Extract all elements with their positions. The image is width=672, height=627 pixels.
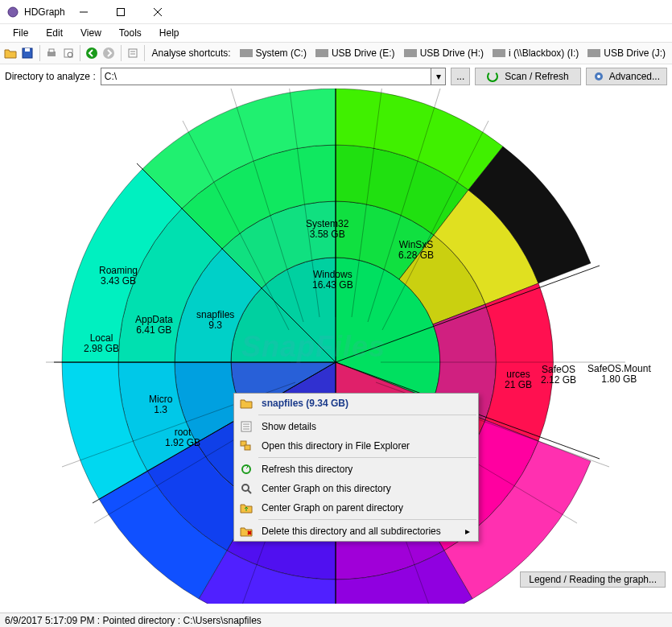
magnifier-icon xyxy=(241,483,252,494)
drive-icon xyxy=(493,49,505,57)
folder-up-icon xyxy=(240,502,253,514)
legend-bar: Legend / Reading the graph... xyxy=(520,571,666,588)
explorer-icon xyxy=(240,440,253,452)
dropdown-arrow-icon[interactable]: ▾ xyxy=(431,68,446,85)
cm-center-this[interactable]: Center Graph on this directory xyxy=(234,479,478,498)
drive-usb-e[interactable]: USB Drive (E:) xyxy=(312,46,398,60)
close-button[interactable] xyxy=(139,0,176,24)
menu-view[interactable]: View xyxy=(72,26,109,40)
open-icon[interactable] xyxy=(3,44,18,62)
cm-delete[interactable]: Delete this directory and all subdirecto… xyxy=(234,522,478,541)
cm-open-explorer[interactable]: Open this directory in File Explorer xyxy=(234,436,478,456)
drive-system-c[interactable]: System (C:) xyxy=(237,46,310,60)
svg-point-12 xyxy=(103,47,114,59)
scan-refresh-button[interactable]: Scan / Refresh xyxy=(475,68,580,85)
status-text: 6/9/2017 5:17:09 PM : Pointed directory … xyxy=(5,615,262,626)
svg-line-50 xyxy=(248,490,251,493)
browse-button[interactable]: ... xyxy=(451,68,470,85)
maximize-button[interactable] xyxy=(102,0,139,24)
drive-icon xyxy=(315,49,328,57)
folder-icon xyxy=(240,398,253,409)
drive-usb-h[interactable]: USB Drive (H:) xyxy=(401,46,487,60)
delete-folder-icon xyxy=(240,526,253,537)
refresh-icon xyxy=(241,464,252,475)
save-icon[interactable] xyxy=(20,44,35,62)
titlebar: HDGraph xyxy=(0,0,672,24)
svg-point-48 xyxy=(242,465,250,473)
preview-icon[interactable] xyxy=(61,44,76,62)
drive-blackbox-i[interactable]: i (\\Blackbox) (I:) xyxy=(489,46,582,60)
refresh-icon xyxy=(487,71,498,82)
svg-rect-47 xyxy=(245,445,250,450)
legend-button[interactable]: Legend / Reading the graph... xyxy=(520,571,666,588)
cm-center-parent[interactable]: Center Graph on parent directory xyxy=(234,498,478,518)
statusbar: 6/9/2017 5:17:09 PM : Pointed directory … xyxy=(0,613,672,627)
menu-edit[interactable]: Edit xyxy=(38,26,71,40)
context-menu: snapfiles (9.34 GB) Show details Open th… xyxy=(233,393,479,542)
svg-point-17 xyxy=(597,75,600,78)
drive-icon xyxy=(587,49,600,57)
log-icon[interactable] xyxy=(125,44,139,62)
drive-icon xyxy=(404,49,417,57)
cm-show-details[interactable]: Show details xyxy=(234,417,478,436)
back-icon[interactable] xyxy=(85,44,99,62)
svg-point-11 xyxy=(86,47,97,59)
menu-file[interactable]: File xyxy=(5,26,36,40)
forward-icon[interactable] xyxy=(101,44,116,62)
svg-rect-8 xyxy=(49,49,54,52)
svg-point-0 xyxy=(8,7,18,17)
cm-refresh[interactable]: Refresh this directory xyxy=(234,460,478,479)
app-icon xyxy=(6,6,19,19)
svg-rect-6 xyxy=(25,48,30,52)
details-icon xyxy=(241,421,252,432)
menu-help[interactable]: Help xyxy=(151,26,188,40)
svg-point-49 xyxy=(242,485,249,491)
print-icon[interactable] xyxy=(43,44,58,62)
svg-rect-2 xyxy=(117,8,124,15)
sunburst-graph[interactable]: SnapFiles Windows16.43 GB System323.58 G… xyxy=(0,89,672,604)
cm-title-row: snapfiles (9.34 GB) xyxy=(234,394,478,413)
svg-rect-13 xyxy=(129,49,137,57)
submenu-arrow-icon: ▸ xyxy=(465,526,470,537)
shortcuts-label: Analyse shortcuts: xyxy=(152,47,231,59)
drive-icon xyxy=(240,49,253,57)
minimize-button[interactable] xyxy=(65,0,102,24)
advanced-button[interactable]: Advanced... xyxy=(586,68,667,85)
menu-tools[interactable]: Tools xyxy=(111,26,150,40)
toolbar: Analyse shortcuts: System (C:) USB Drive… xyxy=(0,42,672,64)
drive-usb-j[interactable]: USB Drive (J:) xyxy=(584,46,669,60)
directory-bar: Directory to analyze : ▾ ... Scan / Refr… xyxy=(0,64,672,89)
directory-input[interactable] xyxy=(101,68,432,85)
window-title: HDGraph xyxy=(24,6,65,18)
directory-label: Directory to analyze : xyxy=(5,71,96,82)
menubar: File Edit View Tools Help xyxy=(0,24,672,42)
gear-icon xyxy=(593,71,604,82)
